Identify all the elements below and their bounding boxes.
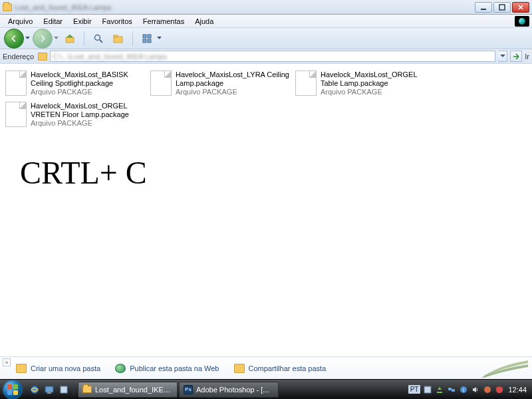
expand-tasks-button[interactable]: » [3,358,11,366]
common-tasks-bar: » Criar uma nova pasta Publicar esta pas… [0,356,532,379]
views-dropdown[interactable] [157,37,162,40]
file-type: Arquivo PACKAGE [321,88,435,96]
file-type: Arquivo PACKAGE [176,88,290,96]
menu-favoritos[interactable]: Favoritos [97,16,138,27]
navigation-toolbar [0,28,532,49]
file-type: Arquivo PACKAGE [31,88,145,96]
file-name: Havelock_MaxisLost_BASISK Ceiling Spotli… [31,70,145,88]
taskbar-app-label: Adobe Photoshop - [... [196,386,269,394]
task-publish-web[interactable]: Publicar esta pasta na Web [115,364,219,373]
task-new-folder[interactable]: Criar uma nova pasta [16,364,100,373]
tray-info-icon[interactable]: i [459,385,468,394]
go-label: Ir [525,53,529,61]
task-share-folder[interactable]: Compartilhar esta pasta [234,364,327,373]
file-item[interactable]: Havelock_MaxisLost_BASISK Ceiling Spotli… [3,68,148,99]
menu-bar: Arquivo Editar Exibir Favoritos Ferramen… [0,15,532,28]
menu-arquivo[interactable]: Arquivo [3,16,38,27]
search-button[interactable] [90,30,107,47]
start-button[interactable] [3,380,23,400]
taskbar-app-photoshop[interactable]: Ps Adobe Photoshop - [... [179,382,279,398]
file-name: Havelock_MaxisLost_ORGEL VRETEN Floor La… [31,102,145,119]
window-title: Lost_and_found_IKEA Lamps [15,3,112,11]
folder-icon [3,3,12,11]
globe-icon [115,364,126,373]
language-indicator[interactable]: PT [408,385,421,394]
svg-rect-7 [143,39,146,43]
file-icon [150,70,172,96]
svg-rect-5 [143,35,146,38]
photoshop-icon: Ps [184,385,193,394]
go-button[interactable] [510,51,522,62]
svg-rect-14 [448,388,452,390]
svg-rect-4 [114,35,118,37]
file-item[interactable]: Havelock_MaxisLost_LYRA Ceiling Lamp.pac… [148,68,293,99]
menu-ferramentas[interactable]: Ferramentas [138,16,190,27]
svg-rect-10 [45,386,53,392]
file-icon [5,102,27,127]
tray-icon[interactable] [483,385,492,394]
forward-history-dropdown[interactable] [54,37,59,40]
minimize-button[interactable] [475,2,492,13]
svg-rect-13 [424,386,431,393]
tray-network-icon[interactable] [447,385,456,394]
system-tray: PT i 12:44 [406,385,529,394]
svg-rect-12 [61,386,67,393]
folder-share-icon [234,364,245,373]
up-button[interactable] [61,30,78,47]
taskbar-apps: Lost_and_found_IKE… Ps Adobe Photoshop -… [78,382,279,398]
address-input[interactable]: C:\...\Lost_and_found_IKEA Lamps [50,51,495,62]
menu-ajuda[interactable]: Ajuda [190,16,219,27]
forward-button[interactable] [33,29,53,49]
maximize-button[interactable] [493,2,511,13]
file-name: Havelock_MaxisLost_LYRA Ceiling Lamp.pac… [176,70,290,88]
tray-icon[interactable] [423,385,432,394]
svg-rect-0 [481,9,486,10]
svg-rect-6 [148,35,151,38]
task-label: Publicar esta pasta na Web [130,364,219,372]
taskbar-app-label: Lost_and_found_IKE… [95,386,171,394]
quick-launch [25,383,74,396]
svg-point-2 [95,35,100,40]
toolbar-divider [84,31,84,46]
svg-rect-8 [148,39,151,43]
quick-launch-ie[interactable] [28,383,41,396]
decorative-swoosh [481,360,529,378]
task-label: Compartilhar esta pasta [249,364,327,372]
folder-icon [82,386,92,393]
file-type: Arquivo PACKAGE [31,119,145,128]
back-button[interactable] [4,29,24,49]
task-label: Criar uma nova pasta [31,364,100,372]
file-icon [295,70,317,96]
folder-icon [38,53,47,61]
tray-volume-icon[interactable] [471,385,480,394]
taskbar-app-explorer[interactable]: Lost_and_found_IKE… [78,382,178,398]
svg-point-18 [484,386,491,393]
tray-safely-remove-icon[interactable] [435,385,444,394]
address-bar: Endereço C:\...\Lost_and_found_IKEA Lamp… [0,49,532,64]
back-history-dropdown[interactable] [25,37,30,40]
svg-point-9 [31,386,39,393]
folder-new-icon [16,364,27,373]
taskbar-clock[interactable]: 12:44 [508,386,527,394]
address-label: Endereço [3,53,34,61]
address-path: C:\...\Lost_and_found_IKEA Lamps [53,53,167,61]
menu-editar[interactable]: Editar [38,16,68,27]
folders-button[interactable] [110,30,127,47]
quick-launch-item[interactable] [57,383,70,396]
svg-rect-11 [47,392,51,394]
throbber-icon [515,16,529,27]
svg-rect-1 [499,5,505,10]
tray-shield-icon[interactable] [495,385,504,394]
views-button[interactable] [138,30,156,47]
svg-text:i: i [464,387,465,393]
menu-exibir[interactable]: Exibir [68,16,97,27]
toolbar-divider [132,31,133,46]
file-name: Havelock_MaxisLost_ORGEL Table Lamp.pack… [321,70,435,88]
file-item[interactable]: Havelock_MaxisLost_ORGEL VRETEN Floor La… [3,99,148,130]
file-icon [5,70,27,96]
file-list-pane: Havelock_MaxisLost_BASISK Ceiling Spotli… [0,64,532,356]
quick-launch-show-desktop[interactable] [43,383,56,396]
address-dropdown[interactable] [498,51,507,62]
file-item[interactable]: Havelock_MaxisLost_ORGEL Table Lamp.pack… [293,68,438,99]
close-button[interactable] [512,2,529,13]
